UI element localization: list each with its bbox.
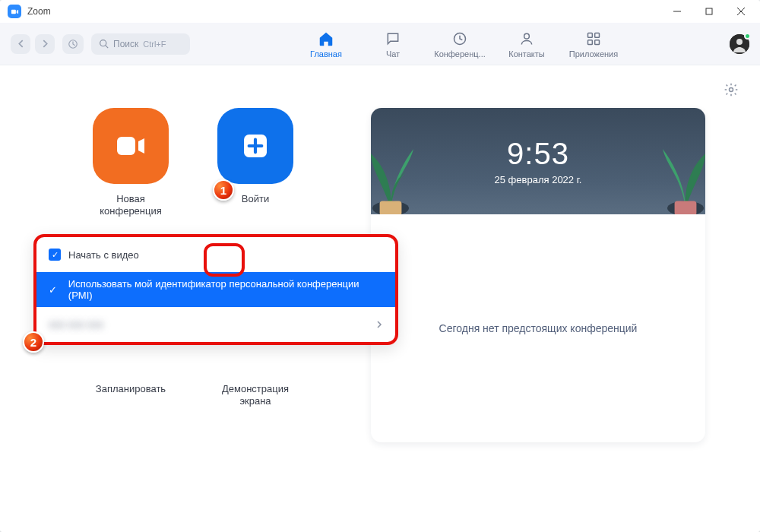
calendar-card: 9:53 25 февраля 2022 г. Сегодня нет пред…: [371, 108, 705, 442]
clock-icon: [452, 30, 467, 48]
settings-button[interactable]: [724, 82, 739, 100]
join-label: Войти: [242, 193, 269, 205]
chevron-right-icon: [375, 319, 383, 331]
window-controls: [661, 0, 757, 23]
svg-rect-20: [380, 201, 402, 214]
svg-point-9: [524, 33, 530, 39]
window-title: Zoom: [27, 6, 661, 17]
clock-time: 9:53: [507, 137, 569, 171]
tab-home[interactable]: Главная: [299, 30, 353, 59]
svg-rect-22: [675, 201, 697, 214]
search-label: Поиск: [113, 39, 138, 49]
svg-rect-10: [588, 33, 593, 37]
new-meeting-label: Новая конференция: [100, 193, 162, 218]
join-tile[interactable]: Войти: [214, 108, 296, 218]
zoom-app-icon: [8, 5, 21, 18]
presence-online-icon: [744, 33, 751, 40]
option-start-with-video-label: Начать с видео: [68, 249, 139, 261]
share-screen-label: Демонстрация экрана: [214, 383, 296, 408]
contacts-icon: [519, 30, 534, 48]
calendar-header: 9:53 25 февраля 2022 г.: [371, 108, 705, 214]
history-button[interactable]: [62, 34, 84, 54]
option-use-pmi-label: Использовать мой идентификатор персональ…: [68, 278, 383, 301]
svg-point-6: [100, 40, 106, 46]
option-start-with-video[interactable]: ✓ Начать с видео: [36, 237, 395, 272]
toolbar: Поиск Ctrl+F Главная Чат Конференц... Ко…: [0, 23, 760, 65]
search-input[interactable]: Поиск Ctrl+F: [91, 33, 190, 55]
annotation-marker-2: 2: [23, 331, 44, 353]
maximize-button[interactable]: [693, 0, 725, 23]
option-use-pmi[interactable]: ✓ Использовать мой идентификатор персона…: [36, 272, 395, 307]
svg-point-15: [736, 39, 743, 45]
nav-forward-button[interactable]: [35, 34, 55, 54]
svg-point-16: [730, 88, 733, 92]
plus-icon: [217, 108, 293, 184]
checkbox-checked-icon: ✓: [49, 249, 61, 261]
schedule-label: Запланировать: [90, 383, 172, 408]
annotation-marker-1: 1: [213, 179, 234, 201]
svg-rect-11: [595, 33, 600, 37]
close-button[interactable]: [725, 0, 757, 23]
new-meeting-options-dropdown: ✓ Начать с видео ✓ Использовать мой иден…: [33, 234, 398, 345]
svg-rect-12: [588, 40, 593, 44]
apps-icon: [586, 30, 601, 48]
new-meeting-tile[interactable]: Новая конференция: [90, 108, 172, 218]
svg-rect-17: [117, 137, 135, 155]
tab-meetings[interactable]: Конференц...: [433, 30, 486, 59]
nav-tabs: Главная Чат Конференц... Контакты Прилож…: [190, 30, 730, 59]
chat-icon: [385, 30, 401, 48]
plant-decoration-icon: [371, 126, 454, 214]
svg-rect-13: [595, 40, 600, 44]
titlebar: Zoom: [0, 0, 760, 23]
content-area: Новая конференция Войти Запланировать: [0, 65, 760, 532]
minimize-button[interactable]: [661, 0, 693, 23]
video-icon: [93, 108, 169, 184]
pmi-value: 000 000 000: [49, 319, 103, 331]
svg-rect-0: [11, 9, 15, 14]
clock-date: 25 февраля 2022 г.: [495, 174, 582, 185]
check-icon: ✓: [49, 284, 61, 296]
search-shortcut: Ctrl+F: [143, 40, 166, 49]
option-pmi-value[interactable]: 000 000 000: [36, 307, 395, 342]
user-avatar[interactable]: [730, 34, 749, 54]
svg-rect-2: [706, 8, 712, 14]
svg-line-7: [106, 46, 108, 48]
no-meetings-text: Сегодня нет предстоящих конференций: [371, 214, 705, 442]
second-tile-row-labels: Запланировать Демонстрация экрана: [26, 383, 360, 408]
plant-decoration-icon: [622, 126, 705, 214]
tab-chat[interactable]: Чат: [366, 30, 420, 59]
tab-contacts[interactable]: Контакты: [500, 30, 553, 59]
app-window: Zoom Поиск Ctrl+F Главная Чат: [0, 0, 760, 532]
tab-apps[interactable]: Приложения: [567, 30, 620, 59]
nav-back-button[interactable]: [11, 34, 30, 54]
home-icon: [318, 30, 334, 48]
